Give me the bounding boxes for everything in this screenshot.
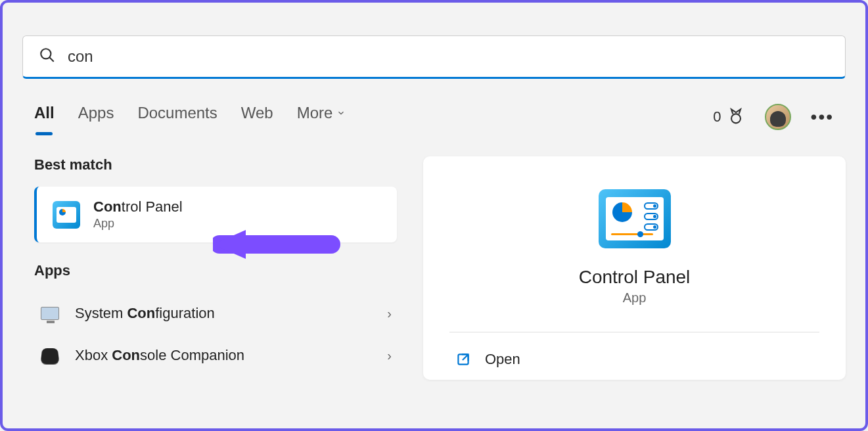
app-result-system-configuration[interactable]: System Configuration ›: [34, 292, 397, 334]
best-match-title: Control Panel: [93, 198, 183, 216]
best-match-heading: Best match: [34, 156, 397, 173]
tab-more-label: More: [297, 104, 333, 122]
svg-point-0: [41, 49, 51, 58]
svg-line-4: [463, 354, 468, 360]
open-action[interactable]: Open: [449, 339, 819, 380]
svg-point-2: [731, 114, 741, 123]
user-avatar[interactable]: [765, 104, 791, 130]
medal-icon: [727, 108, 745, 126]
chevron-right-icon: ›: [387, 348, 392, 363]
tab-documents[interactable]: Documents: [137, 104, 217, 130]
svg-line-1: [49, 57, 54, 62]
tab-web[interactable]: Web: [241, 104, 273, 130]
rewards-badge[interactable]: 0: [713, 108, 744, 126]
best-match-result[interactable]: Control Panel App: [34, 187, 397, 242]
apps-heading: Apps: [34, 262, 397, 279]
detail-subtitle: App: [623, 290, 647, 306]
search-bar[interactable]: [22, 35, 846, 79]
divider: [449, 332, 819, 332]
open-label: Open: [485, 351, 520, 368]
app-result-xbox-console-companion[interactable]: Xbox Console Companion ›: [34, 334, 397, 376]
app-label: System Configuration: [75, 305, 387, 322]
open-external-icon: [455, 351, 472, 368]
rewards-count: 0: [713, 108, 721, 125]
tab-all[interactable]: All: [34, 104, 55, 130]
tab-more[interactable]: More: [297, 104, 346, 130]
search-icon: [39, 47, 56, 66]
detail-title: Control Panel: [579, 267, 691, 288]
tab-apps[interactable]: Apps: [78, 104, 114, 130]
more-options-button[interactable]: •••: [811, 106, 834, 127]
filter-tabs-row: All Apps Documents Web More 0 •••: [22, 104, 846, 130]
control-panel-icon: [53, 201, 80, 229]
xbox-icon: [39, 345, 60, 366]
monitor-icon: [39, 303, 60, 324]
best-match-subtitle: App: [93, 217, 183, 231]
detail-panel: Control Panel App Open: [423, 156, 846, 380]
app-label: Xbox Console Companion: [75, 347, 387, 364]
chevron-down-icon: [336, 108, 346, 118]
chevron-right-icon: ›: [387, 306, 392, 321]
search-input[interactable]: [68, 47, 829, 66]
control-panel-large-icon: [599, 189, 671, 248]
